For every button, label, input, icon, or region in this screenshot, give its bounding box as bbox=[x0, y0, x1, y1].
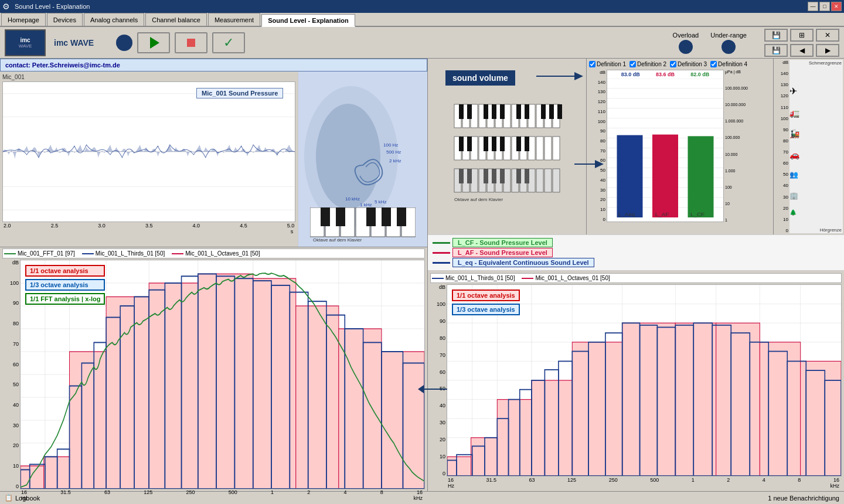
tab-measurement[interactable]: Measurement bbox=[208, 13, 260, 26]
export-button[interactable]: 💾 bbox=[764, 44, 788, 57]
legend-octaves: Mic_001_L_Octaves_01 [50] bbox=[172, 250, 260, 257]
svg-rect-143 bbox=[492, 169, 496, 183]
svg-text:Oktave auf dem Klavier: Oktave auf dem Klavier bbox=[454, 197, 503, 202]
svg-text:5 kHz: 5 kHz bbox=[375, 199, 386, 205]
svg-rect-49 bbox=[70, 352, 107, 489]
volume-bar-chart-area: Definition 1 Definition 2 Definition 3 D… bbox=[586, 59, 774, 234]
svg-rect-166 bbox=[652, 135, 678, 218]
svg-rect-142 bbox=[484, 169, 488, 183]
tab-devices[interactable]: Devices bbox=[47, 13, 83, 26]
octave-label-1-3: 1/3 octave analysis bbox=[25, 279, 105, 291]
svg-rect-50 bbox=[106, 297, 149, 489]
x-axis-label: s bbox=[2, 229, 295, 234]
spectral-legend-left: Mic_001_FFT_01 [97] Mic_001_L_Thirds_01 … bbox=[2, 248, 425, 258]
legend-thirds: Mic_001_L_Thirds_01 [50] bbox=[82, 250, 165, 257]
svg-text:1 kHz: 1 kHz bbox=[360, 202, 372, 207]
waveform-chart[interactable]: Mic_001 Sound Pressure bbox=[2, 81, 295, 222]
x-axis-spectral-right: 16 31.5 63 125 250 500 1 2 4 8 16 bbox=[430, 477, 842, 483]
tab-sound-level[interactable]: Sound Level - Explanation bbox=[261, 14, 355, 27]
delete-button[interactable]: ✕ bbox=[816, 29, 839, 42]
def3-checkbox[interactable]: Definition 3 bbox=[670, 61, 707, 67]
db-value-labels: 83.0 dB 83.6 dB 82.0 dB bbox=[607, 70, 723, 79]
underrange-indicator bbox=[722, 40, 736, 54]
right-top: sound volume bbox=[428, 59, 844, 234]
settings-icon[interactable]: ⚙ bbox=[2, 2, 10, 11]
copy-button[interactable]: ⊞ bbox=[790, 29, 814, 42]
laeq-value: 83.0 dB bbox=[621, 71, 640, 77]
tab-homepage[interactable]: Homepage bbox=[1, 13, 46, 26]
laf-indicator: L_AF - Sound Pressure Level bbox=[433, 248, 839, 257]
maximize-button[interactable]: □ bbox=[819, 2, 830, 11]
legend-fft: Mic_001_FFT_01 [97] bbox=[4, 250, 75, 257]
play-icon bbox=[150, 37, 159, 49]
svg-rect-195 bbox=[572, 342, 622, 476]
svg-rect-138 bbox=[544, 169, 552, 192]
def2-checkbox[interactable]: Definition 2 bbox=[629, 61, 666, 67]
def1-checkbox[interactable]: Definition 1 bbox=[589, 61, 626, 67]
logbook-label: Logbook bbox=[15, 495, 40, 502]
top-chart-area: Mic_001 Mic_001 Sound Pressure bbox=[0, 71, 427, 247]
svg-rect-24 bbox=[382, 207, 391, 226]
svg-rect-126 bbox=[525, 137, 529, 151]
save-button[interactable]: 💾 bbox=[764, 29, 788, 42]
octave-label-1-1: 1/1 octave analysis bbox=[25, 265, 105, 277]
svg-text:2 kHz: 2 kHz bbox=[389, 158, 401, 164]
spectral-chart-left[interactable]: dB 100 90 80 70 60 50 40 30 20 10 0 bbox=[2, 260, 425, 489]
check-icon: ✓ bbox=[223, 35, 234, 50]
svg-rect-125 bbox=[516, 137, 521, 151]
laf-label: L_AF - Sound Pressure Level bbox=[452, 248, 553, 257]
tab-analog-channels[interactable]: Analog channels bbox=[84, 13, 144, 26]
svg-marker-149 bbox=[595, 160, 604, 168]
waveform-title: Mic_001 Sound Pressure bbox=[196, 88, 283, 98]
center-area: sound volume bbox=[428, 59, 586, 234]
leq-label: L_eq - Equivalent Continuous Sound Level bbox=[452, 258, 594, 267]
car-icon: 🚗 bbox=[789, 150, 799, 159]
next-button[interactable]: ▶ bbox=[816, 44, 839, 57]
spectral-chart-canvas-right[interactable]: 1/1 octave analysis 1/3 octave analysis bbox=[447, 284, 842, 476]
fft-label: 1/1 FFT analysis | x-log bbox=[25, 293, 105, 305]
svg-rect-197 bbox=[675, 323, 716, 476]
confirm-button[interactable]: ✓ bbox=[212, 32, 245, 53]
leq-line bbox=[433, 262, 450, 264]
logo: imc WAVE bbox=[5, 29, 46, 56]
noise-images: dB 140 130 120 110 100 90 80 70 60 50 40… bbox=[775, 60, 843, 233]
svg-rect-100 bbox=[492, 104, 496, 119]
lcf-label: L_CF - Sound Pressure Level bbox=[452, 238, 553, 247]
svg-rect-118 bbox=[544, 137, 552, 160]
svg-rect-97 bbox=[459, 104, 464, 119]
legend-thirds-right: Mic_001_L_Thirds_01 [50] bbox=[432, 275, 515, 281]
stop-icon bbox=[187, 39, 195, 47]
person-icon: 👥 bbox=[789, 171, 798, 179]
svg-text:Oktave auf dem Klavier: Oktave auf dem Klavier bbox=[313, 237, 362, 243]
legend-octaves-right: Mic_001_L_Octaves_01 [50] bbox=[522, 275, 610, 281]
svg-rect-52 bbox=[198, 274, 253, 489]
octave-label-1-1-right: 1/1 octave analysis bbox=[452, 290, 520, 301]
svg-rect-48 bbox=[44, 457, 70, 489]
svg-point-7 bbox=[316, 104, 380, 209]
tab-channel-balance[interactable]: Channel balance bbox=[145, 13, 207, 26]
svg-rect-103 bbox=[525, 104, 529, 119]
y-axis-db: dB 140 130 120 110 100 90 80 70 60 50 40… bbox=[589, 70, 607, 222]
close-button[interactable]: ✕ bbox=[831, 2, 842, 11]
play-button[interactable] bbox=[137, 32, 170, 53]
octave-label-1-3-right: 1/3 octave analysis bbox=[452, 304, 520, 315]
spectral-chart-left-area: Mic_001_FFT_01 [97] Mic_001_L_Thirds_01 … bbox=[0, 247, 427, 491]
record-button[interactable] bbox=[116, 35, 132, 51]
y-axis-right: µPa | dB 100.000.000 10.000.000 1.000.00… bbox=[724, 70, 771, 222]
svg-rect-196 bbox=[622, 323, 676, 476]
prev-button[interactable]: ◀ bbox=[790, 44, 814, 57]
underrange-label: Under-range bbox=[710, 32, 747, 39]
stop-button[interactable] bbox=[175, 32, 207, 53]
logbook-item[interactable]: 📋 Logbook bbox=[5, 494, 40, 502]
title-bar: ⚙ Sound Level - Explanation — □ ✕ bbox=[0, 0, 844, 13]
svg-rect-140 bbox=[459, 169, 464, 183]
aircraft-icon: ✈ bbox=[789, 86, 797, 97]
office-icon: 🏢 bbox=[789, 192, 798, 200]
sound-volume-label: sound volume bbox=[445, 70, 515, 86]
svg-marker-227 bbox=[418, 385, 424, 393]
def4-checkbox[interactable]: Definition 4 bbox=[710, 61, 747, 67]
app-title: imc WAVE bbox=[54, 38, 94, 47]
svg-text:10 kHz: 10 kHz bbox=[345, 196, 360, 202]
minimize-button[interactable]: — bbox=[808, 2, 818, 11]
notification-item: 1 neue Benachrichtigung bbox=[768, 495, 839, 502]
